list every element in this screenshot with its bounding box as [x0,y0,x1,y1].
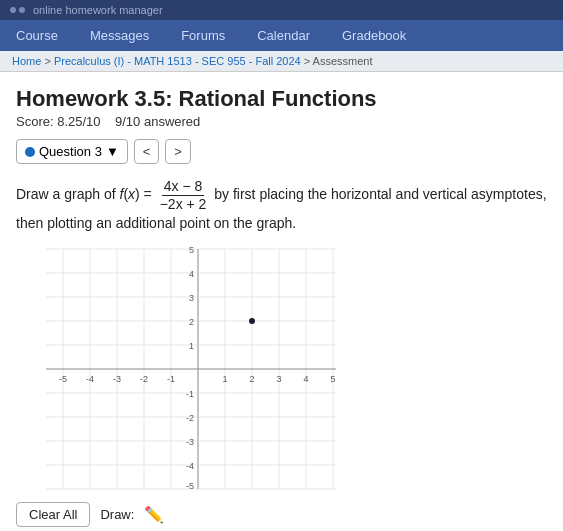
instruction-suffix2: then plotting an additional point on the… [16,215,296,231]
top-bar: online homework manager [0,0,563,20]
dropdown-arrow-icon: ▼ [106,144,119,159]
svg-point-42 [249,318,255,324]
function-label: f(x) = [120,186,156,202]
nav-gradebook[interactable]: Gradebook [326,20,422,51]
breadcrumb-course[interactable]: Precalculus (I) - MATH 1513 - SEC 955 - … [54,55,301,67]
question-status-dot [25,147,35,157]
draw-label: Draw: [100,507,134,522]
graph-controls: Clear All Draw: ✏️ [16,502,547,527]
svg-text:-3: -3 [186,437,194,447]
breadcrumb-home[interactable]: Home [12,55,41,67]
svg-text:-2: -2 [140,374,148,384]
svg-text:2: 2 [249,374,254,384]
function-fraction: 4x − 8 −2x + 2 [158,178,209,213]
svg-text:-4: -4 [186,461,194,471]
nav-messages[interactable]: Messages [74,20,165,51]
svg-text:5: 5 [330,374,335,384]
nav-bar: Course Messages Forums Calendar Gradeboo… [0,20,563,51]
question-nav: Question 3 ▼ < > [16,139,547,164]
next-question-button[interactable]: > [165,139,191,164]
instruction-suffix: by first placing the horizontal and vert… [214,186,546,202]
homework-title: Homework 3.5: Rational Functions [16,86,547,112]
nav-calendar[interactable]: Calendar [241,20,326,51]
dot2 [19,7,25,13]
main-content: Homework 3.5: Rational Functions Score: … [0,72,563,531]
svg-text:2: 2 [189,317,194,327]
svg-text:1: 1 [222,374,227,384]
svg-text:-2: -2 [186,413,194,423]
instruction-prefix: Draw a graph of [16,186,116,202]
svg-text:-4: -4 [86,374,94,384]
nav-forums[interactable]: Forums [165,20,241,51]
dot1 [10,7,16,13]
prev-question-button[interactable]: < [134,139,160,164]
clear-all-button[interactable]: Clear All [16,502,90,527]
site-name: online homework manager [33,4,163,16]
draw-tool-icon[interactable]: ✏️ [144,505,164,524]
svg-text:3: 3 [276,374,281,384]
logo [10,7,25,13]
question-label: Question 3 [39,144,102,159]
breadcrumb-current: Assessment [313,55,373,67]
graph-svg[interactable]: -5 -4 -3 -2 -1 1 2 3 4 5 5 4 3 2 1 -1 -2… [36,244,336,494]
svg-text:4: 4 [303,374,308,384]
question-dropdown[interactable]: Question 3 ▼ [16,139,128,164]
breadcrumb: Home > Precalculus (I) - MATH 1513 - SEC… [0,51,563,72]
score-value: Score: 8.25/10 [16,114,101,129]
graph-container[interactable]: -5 -4 -3 -2 -1 1 2 3 4 5 5 4 3 2 1 -1 -2… [36,244,336,494]
svg-text:1: 1 [189,341,194,351]
svg-text:4: 4 [189,269,194,279]
svg-text:5: 5 [189,245,194,255]
numerator: 4x − 8 [162,178,205,196]
denominator: −2x + 2 [158,196,209,213]
question-text: Draw a graph of f(x) = 4x − 8 −2x + 2 by… [16,178,547,234]
score-line: Score: 8.25/10 9/10 answered [16,114,547,129]
svg-text:-5: -5 [186,481,194,491]
svg-text:3: 3 [189,293,194,303]
svg-text:-5: -5 [59,374,67,384]
answered-count: 9/10 answered [115,114,200,129]
svg-text:-1: -1 [186,389,194,399]
nav-course[interactable]: Course [0,20,74,51]
svg-text:-1: -1 [167,374,175,384]
svg-text:-3: -3 [113,374,121,384]
